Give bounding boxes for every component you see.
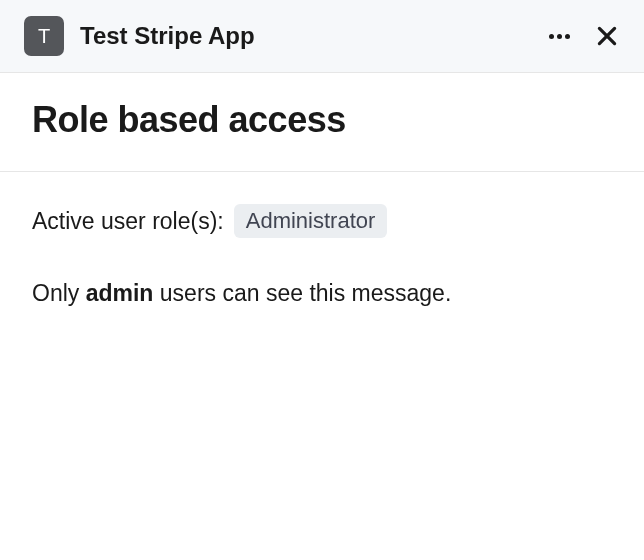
header-right (545, 23, 620, 49)
app-icon: T (24, 16, 64, 56)
message-prefix: Only (32, 280, 86, 306)
close-icon (594, 23, 620, 49)
page-title: Role based access (32, 99, 612, 141)
title-section: Role based access (0, 73, 644, 172)
role-badge: Administrator (234, 204, 388, 238)
message-bold: admin (86, 280, 154, 306)
header-bar: T Test Stripe App (0, 0, 644, 73)
header-left: T Test Stripe App (24, 16, 255, 56)
app-icon-letter: T (38, 25, 50, 48)
message-suffix: users can see this message. (153, 280, 451, 306)
admin-message: Only admin users can see this message. (32, 280, 612, 307)
role-row: Active user role(s): Administrator (32, 204, 612, 238)
more-button[interactable] (545, 30, 574, 43)
role-label: Active user role(s): (32, 208, 224, 235)
content-section: Active user role(s): Administrator Only … (0, 172, 644, 339)
close-button[interactable] (594, 23, 620, 49)
more-icon (549, 34, 570, 39)
app-title: Test Stripe App (80, 22, 255, 50)
